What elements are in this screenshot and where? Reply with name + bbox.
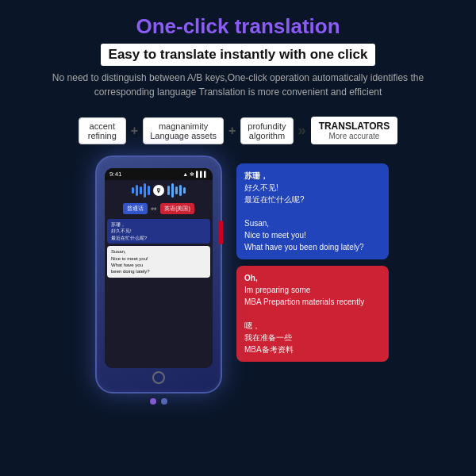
- status-bar: 9:41 ▲ ✻ ▌▌▌: [105, 168, 213, 180]
- bar2: [136, 185, 138, 196]
- feature-profundity: profundity algorithm: [240, 117, 293, 144]
- home-button[interactable]: [152, 371, 165, 384]
- chat-right: 苏珊， 好久不见!最近在忙什么呢?Susan,Nice to meet you!…: [230, 155, 389, 362]
- feature-magnanimity: magnanimity Language assets: [143, 117, 224, 144]
- bar7: [171, 183, 174, 198]
- device-wrapper: 9:41 ▲ ✻ ▌▌▌ 🎙: [87, 155, 230, 405]
- device-screen: 9:41 ▲ ✻ ▌▌▌ 🎙: [105, 168, 213, 368]
- lang-btn-english[interactable]: 英语(美国): [160, 203, 194, 214]
- main-title: One-click translation: [16, 14, 460, 39]
- device-dots: [87, 398, 230, 405]
- status-icons: ▲ ✻ ▌▌▌: [182, 171, 208, 178]
- sub-title: Easy to translate instantly with one cli…: [101, 44, 376, 66]
- features-row: accent refining + magnanimity Language a…: [79, 117, 397, 144]
- translator-sub: More accurate: [319, 132, 390, 140]
- bar6: [167, 186, 170, 195]
- dot-1[interactable]: [150, 398, 156, 405]
- bubble-red-text: Im preparing someMBA Prepartion material…: [244, 284, 381, 355]
- bubble-red-title: Oh,: [244, 272, 381, 284]
- status-time: 9:41: [109, 171, 122, 178]
- bar10: [183, 187, 186, 194]
- signal-icon: ▌▌▌: [196, 171, 208, 177]
- lang-row: 普通话 ⇔ 英语(美国): [105, 201, 213, 217]
- bar3: [140, 186, 142, 194]
- translator-label: TRANSLATORS: [319, 121, 390, 132]
- plus-2: +: [228, 124, 236, 138]
- wave-bars-left: [132, 183, 150, 198]
- bar5: [148, 186, 150, 195]
- dot-2[interactable]: [161, 398, 167, 405]
- header-section: One-click translation Easy to translate …: [0, 0, 476, 117]
- bar4: [144, 183, 146, 198]
- main-content: 9:41 ▲ ✻ ▌▌▌ 🎙: [0, 155, 476, 405]
- screen-chat: 苏珊，好久不见!最近在忙什么呢? Susan,Nice to meet you!…: [105, 217, 213, 368]
- side-button[interactable]: [219, 221, 223, 244]
- bubble-blue-title: 苏珊，: [244, 170, 381, 182]
- bar1: [132, 187, 134, 194]
- device: 9:41 ▲ ✻ ▌▌▌ 🎙: [95, 155, 222, 393]
- bubble-blue-text: 好久不见!最近在忙什么呢?Susan,Nice to meet you!What…: [244, 182, 381, 253]
- waveform-area: 🎙: [105, 180, 213, 201]
- lang-btn-chinese[interactable]: 普通话: [123, 203, 148, 214]
- wave-bars-right: [167, 183, 186, 198]
- lang-swap-icon[interactable]: ⇔: [151, 205, 157, 213]
- description: No need to distinguish between A/B keys,…: [48, 71, 428, 99]
- arrow-icon: »: [298, 122, 306, 139]
- translator-box: TRANSLATORS More accurate: [311, 117, 398, 144]
- plus-1: +: [131, 124, 138, 138]
- chat-bubble-en: Susan,Nice to meet you!What have youbeen…: [107, 246, 210, 278]
- bubble-red: Oh, Im preparing someMBA Prepartion mate…: [236, 266, 389, 362]
- mic-icon[interactable]: 🎙: [153, 185, 164, 196]
- bt-icon: ✻: [190, 171, 194, 178]
- bar8: [175, 186, 178, 194]
- bar9: [179, 185, 182, 196]
- chat-bubble-zh: 苏珊，好久不见!最近在忙什么呢?: [107, 219, 210, 244]
- bubble-blue: 苏珊， 好久不见!最近在忙什么呢?Susan,Nice to meet you!…: [236, 163, 389, 259]
- wifi-icon: ▲: [182, 171, 188, 177]
- feature-accent: accent refining: [79, 117, 126, 144]
